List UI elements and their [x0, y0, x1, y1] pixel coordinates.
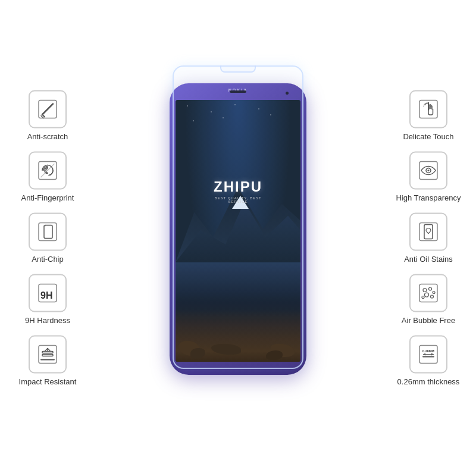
delicate-touch-icon-box	[409, 90, 447, 129]
9h-hardness-icon-box: 9H	[29, 274, 67, 312]
brand-tagline: BEST QUALITY, BEST SERVICE	[207, 196, 270, 203]
impact-resistant-icon	[36, 343, 59, 366]
svg-rect-7	[44, 226, 52, 239]
protector-notch	[220, 65, 256, 73]
anti-scratch-icon-box	[29, 90, 67, 129]
high-transparency-icon-box	[409, 152, 447, 190]
anti-chip-label: Anti-Chip	[32, 255, 63, 264]
svg-line-1	[42, 104, 53, 115]
svg-point-18	[428, 170, 430, 171]
anti-chip-icon	[36, 221, 59, 243]
feature-impact-resistant: Impact Resistant	[12, 336, 83, 386]
feature-delicate-touch: Delicate Touch	[393, 90, 464, 141]
feature-anti-oil-stains: Anti Oil Stains	[393, 213, 464, 264]
feature-air-bubble-free: Air Bubble Free	[393, 274, 464, 325]
svg-rect-20	[424, 225, 433, 239]
impact-resistant-icon-box	[29, 336, 67, 374]
svg-point-22	[423, 289, 427, 292]
brand-name: ZHIPU	[207, 178, 270, 195]
anti-fingerprint-icon-box	[29, 152, 67, 190]
impact-resistant-label: Impact Resistant	[19, 377, 77, 386]
product-page: ZHIPU BEST QUALITY, BEST SERVICE NOKIA	[0, 0, 476, 476]
brand-overlay: ZHIPU BEST QUALITY, BEST SERVICE	[207, 178, 270, 203]
feature-9h-hardness: 9H 9H Hardness	[12, 274, 83, 325]
svg-point-25	[425, 293, 429, 297]
anti-fingerprint-label: Anti-Fingerprint	[21, 193, 74, 202]
feature-anti-chip: Anti-Chip	[12, 213, 83, 264]
air-bubble-free-label: Air Bubble Free	[402, 316, 455, 325]
9h-hardness-icon: 9H	[36, 282, 59, 305]
delicate-touch-label: Delicate Touch	[403, 132, 453, 141]
svg-rect-12	[42, 355, 53, 356]
anti-oil-stains-icon	[417, 221, 440, 243]
air-bubble-free-icon-box	[409, 274, 447, 312]
svg-rect-19	[419, 223, 437, 241]
svg-point-27	[422, 296, 424, 299]
svg-text:9H: 9H	[40, 290, 52, 300]
thickness-label: 0.26mm thickness	[397, 377, 460, 386]
feature-anti-fingerprint: Anti-Fingerprint	[12, 152, 83, 202]
anti-scratch-icon	[36, 98, 59, 121]
9h-hardness-label: 9H Hardness	[25, 316, 70, 325]
delicate-touch-icon	[417, 98, 440, 121]
thickness-icon-box: 0.26MM	[409, 336, 447, 374]
anti-fingerprint-icon	[36, 159, 59, 182]
high-transparency-label: High Transparency	[396, 193, 461, 202]
phone-container: ZHIPU BEST QUALITY, BEST SERVICE NOKIA	[167, 65, 309, 411]
svg-point-23	[429, 287, 432, 290]
thickness-icon: 0.26MM	[417, 343, 440, 366]
anti-oil-stains-label: Anti Oil Stains	[404, 255, 453, 264]
high-transparency-icon	[417, 159, 440, 182]
svg-rect-11	[42, 352, 53, 353]
svg-text:0.26MM: 0.26MM	[422, 349, 434, 353]
features-left: Anti-scratch Anti-Fingerprint	[12, 90, 83, 386]
screen-protector	[173, 65, 303, 369]
air-bubble-free-icon	[417, 282, 440, 305]
svg-point-26	[431, 295, 434, 298]
feature-thickness: 0.26MM 0.26mm thickness	[393, 336, 464, 386]
feature-anti-scratch: Anti-scratch	[12, 90, 83, 141]
anti-oil-stains-icon-box	[409, 213, 447, 251]
anti-chip-icon-box	[29, 213, 67, 251]
anti-scratch-label: Anti-scratch	[27, 132, 68, 141]
feature-high-transparency: High Transparency	[393, 152, 464, 202]
svg-line-2	[42, 115, 45, 117]
svg-point-24	[433, 292, 435, 294]
features-right: Delicate Touch High Transparency	[393, 90, 464, 386]
